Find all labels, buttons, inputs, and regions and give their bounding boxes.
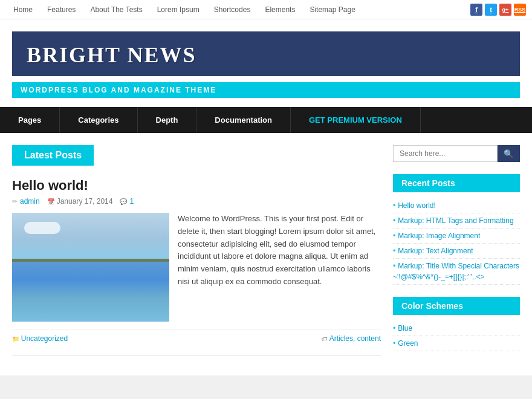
nav-documentation[interactable]: Documentation (196, 107, 291, 133)
color-schemes-title: Color Schemes (401, 301, 511, 311)
nav-depth[interactable]: Depth (138, 107, 197, 133)
nav-about[interactable]: About The Tests (83, 0, 149, 19)
search-box: 🔍 (393, 145, 520, 162)
list-item: Markup: Text Alignment (393, 244, 520, 259)
recent-post-link-1[interactable]: Hello world! (398, 201, 436, 210)
category-link[interactable]: Uncategorized (21, 334, 68, 343)
color-schemes-title-block: Color Schemes (393, 297, 520, 315)
post-footer: Uncategorized Articles, content (12, 329, 381, 343)
tag-icon (322, 334, 329, 343)
nav-elements[interactable]: Elements (258, 0, 302, 19)
post-divider (12, 355, 381, 355)
list-item: Markup: Title With Special Characters ~'… (393, 259, 520, 285)
post-image (12, 213, 169, 322)
googleplus-icon[interactable]: g+ (499, 4, 511, 16)
facebook-icon[interactable]: f (470, 4, 482, 16)
post-title-link[interactable]: Hello world! (12, 178, 88, 193)
author-link[interactable]: admin (20, 197, 40, 206)
search-input[interactable] (393, 145, 498, 162)
nav-premium[interactable]: GET PREMIUM VERSION (291, 107, 421, 133)
comment-icon (120, 197, 127, 206)
calendar-icon (47, 197, 54, 206)
post-content: Welcome to WordPress. This is your first… (12, 213, 381, 322)
nav-shortcodes[interactable]: Shortcodes (207, 0, 258, 19)
color-green-link[interactable]: Green (398, 339, 418, 348)
list-item: Hello world! (393, 198, 520, 213)
site-subtitle-block: WORDPRESS BLOG AND MAGAZINE THEME (12, 82, 520, 98)
post-body: Welcome to WordPress. This is your first… (178, 213, 381, 322)
nav-lorem[interactable]: Lorem Ipsum (150, 0, 207, 19)
main-content: Latest Posts Hello world! admin January … (12, 145, 381, 363)
post-comments: 1 (120, 197, 134, 206)
list-item: Markup: Image Alignment (393, 229, 520, 244)
recent-posts-widget: Recent Posts Hello world! Markup: HTML T… (393, 174, 520, 285)
post-category: Uncategorized (12, 334, 68, 343)
latest-posts-header: Latest Posts (12, 145, 94, 166)
search-button[interactable]: 🔍 (498, 145, 520, 162)
rss-icon[interactable]: RSS (514, 4, 526, 16)
recent-post-link-4[interactable]: Markup: Text Alignment (398, 247, 473, 255)
nav-categories[interactable]: Categories (60, 107, 137, 133)
post-item: Hello world! admin January 17, 2014 1 (12, 178, 381, 343)
recent-post-link-3[interactable]: Markup: Image Alignment (398, 232, 480, 240)
folder-icon (12, 334, 21, 343)
recent-post-link-2[interactable]: Markup: HTML Tags and Formatting (398, 216, 513, 225)
post-tags: Articles, content (322, 334, 381, 343)
nav-sitemap[interactable]: Sitemap Page (302, 0, 362, 19)
post-author: admin (12, 197, 40, 206)
recent-post-link-5[interactable]: Markup: Title With Special Characters ~'… (393, 262, 519, 281)
color-blue-link[interactable]: Blue (398, 324, 412, 332)
nav-home[interactable]: Home (6, 0, 40, 19)
post-title: Hello world! (12, 178, 381, 193)
nav-pages[interactable]: Pages (0, 107, 60, 133)
color-schemes-list: Blue Green (393, 321, 520, 351)
color-schemes-widget: Color Schemes Blue Green (393, 297, 520, 351)
recent-posts-title: Recent Posts (401, 178, 511, 188)
sidebar: 🔍 Recent Posts Hello world! Markup: HTML… (393, 145, 520, 363)
recent-posts-list: Hello world! Markup: HTML Tags and Forma… (393, 198, 520, 285)
site-subtitle: WORDPRESS BLOG AND MAGAZINE THEME (21, 86, 511, 94)
comments-link[interactable]: 1 (129, 197, 134, 206)
content-wrapper: Latest Posts Hello world! admin January … (0, 133, 532, 375)
list-item: Green (393, 336, 520, 351)
tags-link[interactable]: Articles, content (329, 334, 381, 343)
list-item: Markup: HTML Tags and Formatting (393, 213, 520, 229)
list-item: Blue (393, 321, 520, 336)
top-navigation: Home Features About The Tests Lorem Ipsu… (0, 0, 532, 19)
date-text: January 17, 2014 (57, 197, 113, 206)
latest-posts-label: Latest Posts (24, 150, 82, 160)
nav-features[interactable]: Features (40, 0, 83, 19)
top-nav-links: Home Features About The Tests Lorem Ipsu… (6, 0, 363, 19)
post-date: January 17, 2014 (47, 197, 113, 206)
social-icons: f t g+ RSS (470, 4, 526, 16)
pencil-icon (12, 197, 18, 206)
twitter-icon[interactable]: t (485, 4, 497, 16)
recent-posts-title-block: Recent Posts (393, 174, 520, 192)
post-meta: admin January 17, 2014 1 (12, 197, 381, 206)
main-navigation: Pages Categories Depth Documentation GET… (0, 107, 532, 133)
site-title: BRIGHT NEWS (27, 42, 505, 68)
site-header: BRIGHT NEWS WORDPRESS BLOG AND MAGAZINE … (0, 19, 532, 107)
site-title-block: BRIGHT NEWS (12, 31, 520, 76)
